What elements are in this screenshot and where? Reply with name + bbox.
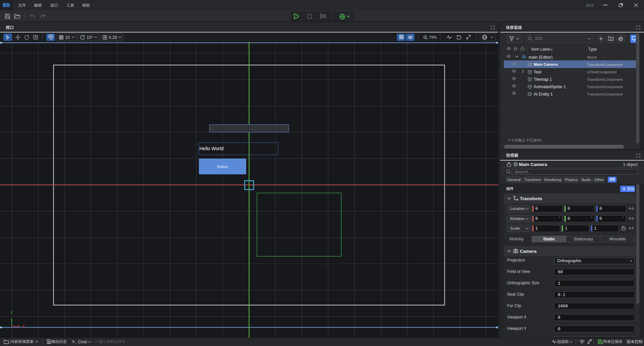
svg-text:Y: Y (10, 310, 13, 315)
svg-text:Hello World: Hello World (200, 146, 224, 151)
svg-text:X: X (22, 324, 25, 329)
svg-text:Button: Button (217, 165, 228, 169)
